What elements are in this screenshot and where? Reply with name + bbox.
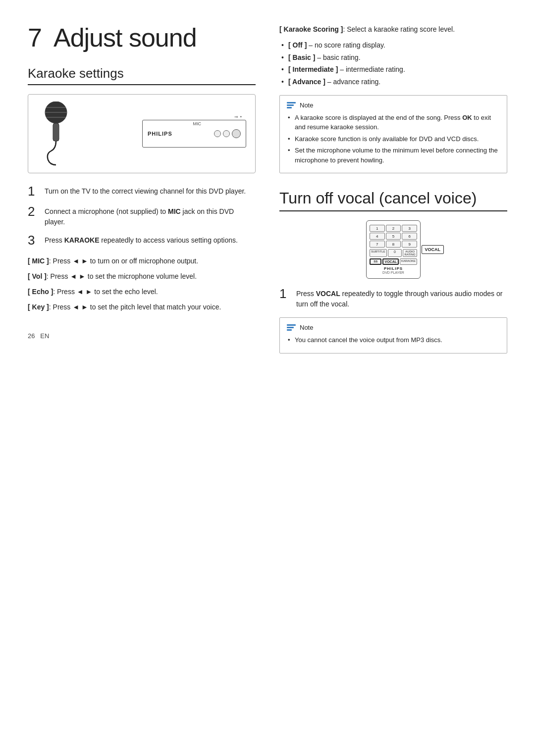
- option-intermediate: [ Intermediate ] – intermediate rating.: [279, 64, 507, 75]
- device-btn-2: [223, 130, 230, 137]
- note-box-2: Note You cannot cancel the voice output …: [279, 317, 507, 353]
- vocal-steps: 1 Press VOCAL repeatedly to toggle throu…: [279, 287, 507, 309]
- remote-btn-0: 0: [388, 249, 402, 257]
- remote-special-row: SUBTITLE 0 AUDIO RATING: [370, 249, 417, 257]
- remote-dvd-label: DVD PLAYER: [370, 271, 417, 274]
- note-box-1: Note A karaoke score is displayed at the…: [279, 95, 507, 174]
- remote-btn-4: 4: [370, 233, 385, 240]
- scoring-intro: [ Karaoke Scoring ]: Select a karaoke ra…: [279, 24, 507, 35]
- note-title-2: Note: [300, 324, 313, 331]
- note-header-2: Note: [287, 324, 500, 331]
- remote-btn-5: 5: [386, 233, 401, 240]
- left-column: 7 Adjust sound Karaoke settings: [28, 24, 256, 362]
- scoring-options-list: [ Off ] – no score rating display. [ Bas…: [279, 40, 507, 87]
- karaoke-settings-title: Karaoke settings: [28, 66, 256, 85]
- setting-key: [ Key ]: Press ◄ ► to set the pitch leve…: [28, 302, 256, 312]
- device-illustration: PHILIPS MIC ⇒•: [28, 94, 256, 173]
- setting-vol: [ Vol ]: Press ◄ ► to set the microphone…: [28, 271, 256, 282]
- remote-btn-audio: AUDIO RATING: [403, 249, 417, 257]
- right-column: [ Karaoke Scoring ]: Select a karaoke ra…: [279, 24, 507, 362]
- remote-btn-3: 3: [402, 225, 417, 232]
- remote-btn-subtitle: SUBTITLE: [370, 249, 387, 257]
- option-basic: [ Basic ] – basic rating.: [279, 52, 507, 63]
- remote-vocal-callout: VOCAL: [422, 245, 444, 254]
- remote-btn-6: 6: [402, 233, 417, 240]
- device-btn-1: [214, 130, 221, 137]
- remote-btn-vocal: VOCAL: [382, 258, 399, 265]
- note-icon-2: [287, 324, 296, 331]
- mic-label: MIC: [193, 121, 202, 126]
- remote-body: 1 2 3 4 5 6 7 8 9 SUBTITLE 0 AUDIO RATIN…: [366, 220, 421, 279]
- option-advance: [ Advance ] – advance rating.: [279, 76, 507, 87]
- note-bullets-2: You cannot cancel the voice output from …: [287, 335, 500, 345]
- svg-rect-4: [53, 123, 59, 141]
- remote-btn-karaoke: KARAOKE: [400, 258, 417, 265]
- remote-btn-8: 8: [386, 241, 401, 248]
- device-control-buttons: [214, 129, 241, 138]
- dvd-player-body: PHILIPS MIC ⇒•: [142, 120, 246, 148]
- remote-btn-1: 1: [370, 225, 385, 232]
- remote-btn-7: 7: [370, 241, 385, 248]
- remote-illustration: 1 2 3 4 5 6 7 8 9 SUBTITLE 0 AUDIO RATIN…: [279, 220, 507, 279]
- option-off: [ Off ] – no score rating display.: [279, 40, 507, 50]
- note-bullet-1-1: A karaoke score is displayed at the end …: [287, 113, 500, 132]
- setting-echo: [ Echo ]: Press ◄ ► to set the echo leve…: [28, 287, 256, 297]
- vocal-section-title: Turn off vocal (cancel voice): [279, 189, 507, 211]
- chapter-title: 7 Adjust sound: [28, 24, 256, 52]
- note-icon-1: [287, 102, 296, 108]
- device-top-icons: ⇒•: [234, 114, 242, 119]
- microphone-image: [42, 101, 87, 166]
- remote-philips-logo: PHILIPS: [370, 266, 417, 271]
- remote-numpad: 1 2 3 4 5 6 7 8 9: [370, 225, 417, 248]
- setting-mic: [ MIC ]: Press ◄ ► to turn on or off mic…: [28, 256, 256, 266]
- karaoke-settings-list: [ MIC ]: Press ◄ ► to turn on or off mic…: [28, 256, 256, 312]
- note-bullet-1-2: Karaoke score function is only available…: [287, 134, 500, 144]
- remote-btn-ss: SS: [370, 258, 381, 265]
- remote-bottom-row: SS VOCAL KARAOKE: [370, 258, 417, 265]
- philips-logo-device: PHILIPS: [148, 131, 172, 137]
- disc-indicator: [232, 129, 241, 138]
- remote-btn-9: 9: [402, 241, 417, 248]
- note-header-1: Note: [287, 101, 500, 109]
- karaoke-steps: 1 Turn on the TV to the correct viewing …: [28, 184, 256, 247]
- note-bullet-2-1: You cannot cancel the voice output from …: [287, 335, 500, 345]
- note-bullets-1: A karaoke score is displayed at the end …: [287, 113, 500, 165]
- page-footer: 26 EN: [28, 332, 256, 340]
- remote-btn-2: 2: [386, 225, 401, 232]
- step-3: 3 Press KARAOKE repeatedly to access var…: [28, 233, 256, 248]
- note-bullet-1-3: Set the microphone volume to the minimum…: [287, 146, 500, 165]
- vocal-step-1: 1 Press VOCAL repeatedly to toggle throu…: [279, 287, 507, 309]
- step-1: 1 Turn on the TV to the correct viewing …: [28, 184, 256, 199]
- step-2: 2 Connect a microphone (not supplied) to…: [28, 204, 256, 227]
- note-title-1: Note: [300, 101, 313, 109]
